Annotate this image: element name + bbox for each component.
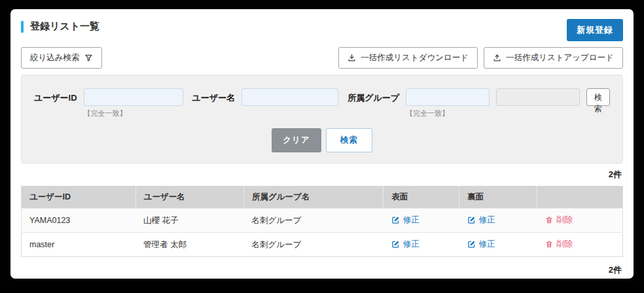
group-input[interactable] <box>406 88 490 106</box>
user-id-input[interactable] <box>84 88 183 106</box>
user-name-input[interactable] <box>241 88 338 106</box>
bulk-download-label: 一括作成リストダウンロード <box>361 52 469 63</box>
header-group-name: 所属グループ名 <box>244 186 384 209</box>
delete-label: 削除 <box>556 215 573 226</box>
user-id-field: ユーザーID 【完全一致】 <box>34 88 183 118</box>
user-name-label: ユーザー名 <box>192 88 236 104</box>
group-exact-match-note: 【完全一致】 <box>406 109 490 118</box>
cell-user-name: 山櫻 花子 <box>135 209 243 233</box>
group-label: 所属グループ <box>348 88 399 104</box>
cell-user-name: 管理者 太郎 <box>135 233 243 257</box>
front-edit-label: 修正 <box>403 215 420 226</box>
clear-button[interactable]: クリア <box>272 128 321 152</box>
header-user-id: ユーザーID <box>22 186 136 209</box>
cell-user-id: master <box>22 233 136 257</box>
filter-panel: ユーザーID 【完全一致】 ユーザー名 所属グループ 【完全一致】 <box>21 75 623 164</box>
cell-group-name: 名刺グループ <box>244 209 384 233</box>
edit-icon <box>391 216 400 224</box>
cell-group-name: 名刺グループ <box>244 233 384 257</box>
bulk-download-button[interactable]: 一括作成リストダウンロード <box>338 47 478 69</box>
page-header: 登録リスト一覧 新規登録 <box>21 19 623 41</box>
bulk-upload-label: 一括作成リストアップロード <box>506 52 614 63</box>
toolbar: 絞り込み検索 一括作成リストダウンロード 一括作成リストアップロード <box>21 47 623 69</box>
upload-icon <box>493 54 501 62</box>
page-title: 登録リスト一覧 <box>21 19 99 33</box>
trash-icon <box>545 240 553 249</box>
header-user-name: ユーザー名 <box>135 186 243 209</box>
page-title-text: 登録リスト一覧 <box>30 20 99 33</box>
download-icon <box>348 54 356 62</box>
back-edit-link[interactable]: 修正 <box>467 215 495 226</box>
registration-list-card: 登録リスト一覧 新規登録 絞り込み検索 一括作成リストダウンロード 一括作成リス… <box>10 9 634 279</box>
delete-label: 削除 <box>556 239 573 250</box>
trash-icon <box>545 216 553 224</box>
cell-user-id: YAMA0123 <box>22 209 136 233</box>
registration-table: ユーザーID ユーザー名 所属グループ名 表面 裏面 YAMA0123 山櫻 花… <box>21 186 623 257</box>
delete-link[interactable]: 削除 <box>545 239 573 250</box>
filter-toggle-button[interactable]: 絞り込み検索 <box>21 47 102 69</box>
bulk-actions: 一括作成リストダウンロード 一括作成リストアップロード <box>338 47 623 69</box>
user-id-exact-match-note: 【完全一致】 <box>84 109 183 118</box>
user-id-label: ユーザーID <box>34 88 77 104</box>
back-edit-label: 修正 <box>479 215 495 226</box>
edit-icon <box>391 240 400 249</box>
group-search-button[interactable]: 検索 <box>586 88 610 106</box>
table-row: YAMA0123 山櫻 花子 名刺グループ 修正 修正 <box>22 209 623 233</box>
filter-toggle-label: 絞り込み検索 <box>30 52 80 63</box>
table-row: master 管理者 太郎 名刺グループ 修正 修正 <box>22 233 623 257</box>
result-count-bottom: 2件 <box>21 264 622 276</box>
search-button[interactable]: 検索 <box>326 128 372 152</box>
header-back: 裏面 <box>459 186 537 209</box>
front-edit-label: 修正 <box>403 239 420 250</box>
table-header-row: ユーザーID ユーザー名 所属グループ名 表面 裏面 <box>22 186 623 209</box>
filter-fields: ユーザーID 【完全一致】 ユーザー名 所属グループ 【完全一致】 <box>35 88 609 118</box>
header-front: 表面 <box>384 186 459 209</box>
edit-icon <box>467 240 476 249</box>
funnel-icon <box>84 54 93 62</box>
group-name-display-input <box>496 88 580 106</box>
new-registration-button[interactable]: 新規登録 <box>567 19 623 41</box>
back-edit-link[interactable]: 修正 <box>467 239 495 250</box>
group-field: 所属グループ 【完全一致】 検索 <box>348 88 610 118</box>
edit-icon <box>467 216 476 224</box>
user-name-field: ユーザー名 <box>192 88 339 106</box>
result-count-top: 2件 <box>21 169 622 181</box>
header-actions <box>537 186 623 209</box>
title-accent-bar <box>21 21 24 33</box>
delete-link[interactable]: 削除 <box>545 215 573 226</box>
filter-actions: クリア 検索 <box>35 128 609 152</box>
front-edit-link[interactable]: 修正 <box>391 215 420 226</box>
back-edit-label: 修正 <box>479 239 495 250</box>
front-edit-link[interactable]: 修正 <box>391 239 420 250</box>
bulk-upload-button[interactable]: 一括作成リストアップロード <box>484 47 623 69</box>
